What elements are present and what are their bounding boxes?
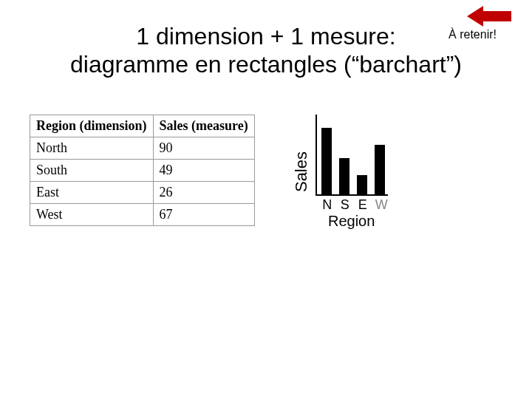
col-region-header: Region (dimension) (30, 115, 154, 137)
chart-x-axis-label: Region (328, 213, 375, 230)
data-table: Region (dimension) Sales (measure) North… (30, 115, 255, 226)
cell-region: West (30, 203, 154, 225)
bar-chart: Sales N S E W Region (292, 115, 388, 230)
cell-region: East (30, 181, 154, 203)
cell-region: North (30, 137, 154, 159)
tick-n: N (322, 197, 332, 213)
table-row: North 90 (30, 137, 255, 159)
cell-sales: 49 (153, 159, 254, 181)
bar-s (339, 158, 349, 194)
tick-e: E (358, 197, 368, 213)
bar-w (375, 145, 385, 194)
chart-x-ticks: N S E W (318, 197, 386, 213)
title-line-1: 1 dimension + 1 mesure: (0, 22, 532, 50)
table-row: East 26 (30, 181, 255, 203)
bar-n (321, 128, 332, 194)
cell-sales: 67 (153, 203, 254, 225)
tick-s: S (340, 197, 350, 213)
col-sales-header: Sales (measure) (153, 115, 254, 137)
chart-y-axis-label: Sales (292, 151, 311, 192)
table-header-row: Region (dimension) Sales (measure) (30, 115, 255, 137)
page-title: 1 dimension + 1 mesure: diagramme en rec… (0, 0, 532, 79)
chart-bars (316, 115, 388, 196)
cell-sales: 90 (153, 137, 254, 159)
cell-region: South (30, 159, 154, 181)
title-line-2: diagramme en rectangles (“barchart”) (0, 50, 532, 78)
bar-e (357, 175, 367, 194)
table-row: South 49 (30, 159, 255, 181)
cell-sales: 26 (153, 181, 254, 203)
table-row: West 67 (30, 203, 255, 225)
tick-w: W (375, 197, 386, 213)
